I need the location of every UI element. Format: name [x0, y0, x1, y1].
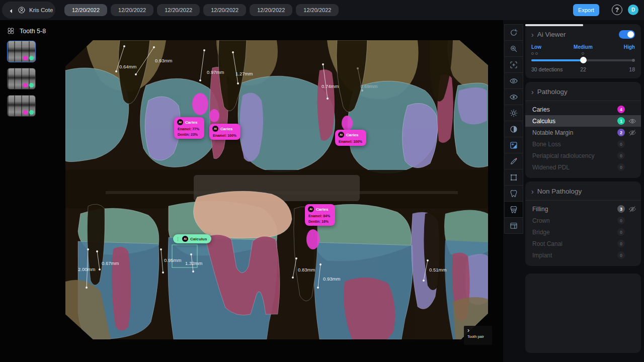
svg-text:1.27mm: 1.27mm — [235, 71, 253, 76]
detection-label-calculus[interactable]: ⋮AICalculus — [173, 234, 211, 243]
detection-kind: Caries — [185, 120, 197, 125]
ai-chip: AI — [338, 132, 344, 138]
count-badge: 1 — [617, 117, 625, 125]
detection-label-caries[interactable]: AICariesEnamel: 100% — [209, 124, 240, 140]
patient-pill[interactable]: Kris Cote — [2, 2, 55, 19]
pathology-header[interactable]: › Pathology — [525, 88, 641, 96]
detection-label-caries[interactable]: AICariesEnamel: 84%Dentin: 16% — [305, 204, 335, 226]
pathology-row-widened-pdl[interactable]: Widened PDL0 — [525, 161, 641, 173]
ai-chip: AI — [182, 236, 188, 242]
date-tab[interactable]: 12/20/2022 — [250, 4, 292, 16]
sensitivity-slider[interactable] — [531, 59, 635, 61]
drag-handle-icon[interactable]: ⋮ — [176, 237, 180, 241]
detection-count-0: 30 detections — [531, 66, 566, 72]
eye-detection-tool-button[interactable] — [504, 88, 523, 105]
visibility-off-icon[interactable] — [628, 205, 637, 213]
non-pathology-row-implant[interactable]: Implant0 — [525, 249, 641, 261]
xray-thumbnail[interactable] — [7, 41, 36, 62]
right-zone: › Ai Viewer LowMediumHigh 30 detections2… — [503, 20, 644, 362]
detection-head: AICaries — [212, 126, 236, 132]
date-tab[interactable]: 12/20/2022 — [296, 4, 339, 16]
level-label: High — [624, 44, 635, 50]
level-high[interactable]: High — [600, 44, 635, 55]
pathology-label: Notable Margin — [532, 129, 617, 136]
back-icon[interactable] — [8, 7, 14, 13]
export-button[interactable]: Export — [573, 4, 599, 16]
pathology-row-notable-margin[interactable]: Notable Margin2 — [525, 127, 641, 138]
level-medium[interactable]: Medium — [566, 44, 601, 55]
bounding-box-tool-button[interactable] — [504, 169, 523, 186]
tooth-pair-button[interactable]: › Tooth pair — [464, 326, 492, 345]
exposure-icon — [509, 141, 518, 150]
pathology-row-bone-loss[interactable]: Bone Loss0 — [525, 138, 641, 150]
count-badge: 0 — [617, 228, 625, 236]
toggle-knob — [627, 31, 634, 38]
tooth-pair-arrow-icon: › — [467, 328, 489, 333]
grid-layout-icon[interactable] — [7, 27, 15, 35]
non-pathology-row-bridge[interactable]: Bridge0 — [525, 226, 641, 238]
xray-thumbnail[interactable] — [7, 95, 36, 117]
bounding-box-icon — [509, 173, 518, 182]
exposure-tool-button[interactable] — [504, 137, 523, 153]
pathology-row-periapical-radiolucency[interactable]: Periapical radiolucency0 — [525, 150, 641, 161]
non-pathology-header[interactable]: › Non Pathology — [525, 188, 641, 195]
svg-text:0.51mm: 0.51mm — [429, 267, 446, 273]
xray-thumbnail[interactable] — [7, 68, 36, 89]
detection-detail: Dentin: 23% — [177, 133, 200, 136]
chevron-right-icon: › — [531, 88, 534, 96]
brightness-icon — [509, 109, 518, 118]
detection-head: AICaries — [338, 132, 362, 138]
detection-detail: Enamel: 100% — [212, 134, 236, 137]
non-pathology-label: Root Canal — [532, 240, 617, 247]
pathology-row-calculus[interactable]: Calculus1 — [525, 115, 641, 127]
date-tab[interactable]: 12/20/2022 — [157, 4, 200, 16]
contrast-tool-button[interactable] — [504, 121, 523, 137]
detection-kind: Caries — [316, 207, 328, 212]
brightness-tool-button[interactable] — [504, 105, 523, 121]
detection-label-caries[interactable]: AICariesEnamel: 100% — [335, 130, 366, 146]
date-tab[interactable]: 12/20/2022 — [203, 4, 246, 16]
top-bar: Kris Cote 12/20/202212/20/202212/20/2022… — [0, 0, 644, 20]
ai-chip: AI — [308, 206, 314, 212]
tooth-tool-button[interactable] — [504, 185, 523, 202]
notes-card — [525, 274, 641, 353]
pathology-label: Caries — [532, 106, 617, 113]
tool-column — [504, 24, 523, 233]
ai-viewer-toggle[interactable] — [619, 30, 635, 39]
tooth-icon — [509, 189, 518, 198]
caries-dot-indicator — [23, 56, 28, 60]
ai-viewer-header[interactable]: › Ai Viewer — [531, 30, 635, 39]
tooth-layers-tool-button[interactable] — [504, 201, 523, 218]
non-pathology-row-filling[interactable]: Filling3 — [525, 203, 641, 215]
annotate-tool-button[interactable] — [504, 153, 523, 169]
non-pathology-row-root-canal[interactable]: Root Canal0 — [525, 238, 641, 249]
non-pathology-label: Bridge — [532, 229, 617, 236]
visibility-off-icon[interactable] — [628, 129, 637, 136]
caries-dot-indicator — [23, 83, 28, 87]
help-button[interactable]: ? — [612, 5, 622, 15]
xray-viewport[interactable]: 0.64mm0.93mm0.97mm1.27mm0.74mm0.69mm2.00… — [65, 40, 488, 339]
non-pathology-title: Non Pathology — [537, 188, 635, 195]
slider-track[interactable] — [531, 59, 635, 61]
level-label: Low — [531, 44, 566, 50]
eye-tool-button[interactable] — [504, 72, 523, 89]
detection-label-caries[interactable]: AICariesEnamel: 77%Dentin: 23% — [174, 117, 204, 139]
svg-text:1.32mm: 1.32mm — [185, 260, 202, 266]
user-avatar[interactable]: D — [628, 5, 638, 15]
level-low[interactable]: Low — [531, 44, 566, 55]
slider-thumb[interactable] — [580, 57, 587, 63]
rotate-tool-button[interactable] — [504, 24, 523, 41]
pathology-row-caries[interactable]: Caries4 — [525, 104, 641, 115]
divider — [525, 101, 641, 101]
zoom-in-tool-button[interactable] — [504, 40, 523, 57]
visibility-on-icon[interactable] — [628, 117, 637, 125]
date-tab[interactable]: 12/20/2022 — [64, 4, 107, 16]
xray-image[interactable]: 0.64mm0.93mm0.97mm1.27mm0.74mm0.69mm2.00… — [65, 40, 488, 339]
date-tab[interactable]: 12/20/2022 — [111, 4, 153, 16]
level-dot — [535, 52, 538, 55]
patient-icon — [18, 6, 26, 14]
non-pathology-row-crown[interactable]: Crown0 — [525, 215, 641, 226]
layout-tool-button[interactable] — [504, 217, 523, 234]
fit-expand-tool-button[interactable] — [504, 56, 523, 73]
tooth-pair-label: Tooth pair — [467, 334, 489, 339]
